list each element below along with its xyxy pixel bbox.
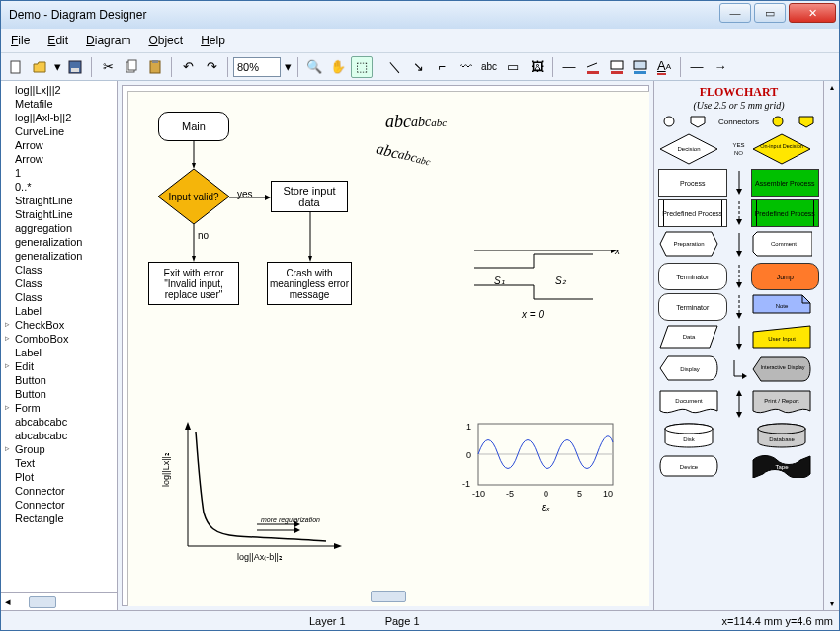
connector-offpage-icon[interactable] <box>689 115 707 128</box>
menu-file[interactable]: File <box>7 32 34 49</box>
tree-item[interactable]: Plot <box>3 470 117 484</box>
tree-item[interactable]: Edit <box>3 359 117 373</box>
shape-decision[interactable]: Decision <box>658 132 727 166</box>
tree-item[interactable]: abcabcabc <box>3 429 117 442</box>
tree-item[interactable]: Form <box>3 401 117 415</box>
shape-disk[interactable]: Disk <box>658 422 727 451</box>
tree-item[interactable]: Class <box>3 263 117 276</box>
tree-item[interactable]: Arrow <box>3 138 117 152</box>
connector-l-icon[interactable] <box>730 356 748 384</box>
tree-item[interactable]: Group <box>3 442 117 456</box>
new-icon[interactable] <box>5 56 27 78</box>
sine-chart[interactable]: 10-1 -10-50510 εₓ <box>455 418 623 526</box>
status-page[interactable]: Page 1 <box>385 615 420 627</box>
tree-item[interactable]: log||Lx|||2 <box>3 83 117 97</box>
fill-color-icon[interactable] <box>606 56 628 78</box>
text-sample-2[interactable]: abcabcabc <box>375 139 433 170</box>
zoom-input[interactable] <box>233 57 281 77</box>
shape-terminator[interactable]: Terminator <box>658 263 727 290</box>
open-dropdown-icon[interactable]: ▾ <box>52 56 62 78</box>
tree-item[interactable]: StraightLine <box>3 207 117 221</box>
shape-predefined[interactable]: Predefined Process <box>658 199 727 227</box>
close-button[interactable]: ✕ <box>789 3 836 23</box>
rect-icon[interactable]: ▭ <box>502 56 524 78</box>
shape-preparation[interactable]: Preparation <box>658 230 727 260</box>
menu-diagram[interactable]: Diagram <box>82 32 134 49</box>
tree-item[interactable]: 1 <box>3 166 117 180</box>
tree-item[interactable]: ComboBox <box>3 332 117 346</box>
arrow-down-dashed-icon-3[interactable] <box>730 293 748 321</box>
tree-item[interactable]: CurveLine <box>3 124 117 138</box>
redo-icon[interactable]: ↷ <box>201 56 222 78</box>
status-layer[interactable]: Layer 1 <box>309 615 346 627</box>
pan-icon[interactable]: ✋ <box>327 56 349 78</box>
zoom-dropdown-icon[interactable]: ▾ <box>283 56 293 78</box>
tree-item[interactable]: CheckBox <box>3 318 117 332</box>
menu-help[interactable]: Help <box>197 32 229 49</box>
shape-on-input-decision[interactable]: On-input Decision <box>751 132 820 166</box>
arrow-icon[interactable]: ↘ <box>407 56 429 78</box>
connector-offpage-yellow-icon[interactable] <box>798 115 815 128</box>
shape-tape[interactable]: Tape <box>751 454 820 480</box>
fill2-icon[interactable] <box>630 56 651 78</box>
arrow-down-dashed-icon-2[interactable] <box>730 263 748 290</box>
node-main[interactable]: Main <box>158 112 229 141</box>
connector-circle-yellow-icon[interactable] <box>771 115 785 128</box>
copy-icon[interactable] <box>121 56 142 78</box>
picture-icon[interactable]: 🖼 <box>526 56 547 78</box>
select-icon[interactable]: ⬚ <box>351 56 373 78</box>
paste-icon[interactable] <box>144 56 166 78</box>
canvas-h-scrollbar[interactable] <box>127 589 643 604</box>
node-decision[interactable]: Input valid? <box>158 169 229 224</box>
line-color-icon[interactable] <box>582 56 604 78</box>
shape-terminator-2[interactable]: Terminator <box>658 293 727 321</box>
shape-interactive-display[interactable]: Interactive Display <box>751 355 820 386</box>
magnify-icon[interactable]: 🔍 <box>303 56 325 78</box>
shape-assembler[interactable]: Assembler Process <box>751 169 820 197</box>
line-style-icon[interactable]: — <box>558 56 580 78</box>
tree-item[interactable]: abcabcabc <box>3 415 117 429</box>
node-store[interactable]: Store input data <box>271 181 348 212</box>
menu-edit[interactable]: Edit <box>43 32 72 49</box>
arrow-down-icon-2[interactable] <box>730 231 748 259</box>
text-icon[interactable]: abc <box>478 56 500 78</box>
curve-icon[interactable]: 〰 <box>455 56 476 78</box>
text-sample-1[interactable]: abcabcabc <box>385 112 447 132</box>
tree-item[interactable]: Class <box>3 290 117 304</box>
shape-document[interactable]: Document <box>658 389 727 419</box>
shape-print[interactable]: Print / Report <box>751 389 820 419</box>
shape-data[interactable]: Data <box>658 324 727 352</box>
tree-item[interactable]: aggregation <box>3 221 117 235</box>
node-crash[interactable]: Crash with meaningless error message <box>267 262 352 305</box>
shape-database[interactable]: Database <box>751 422 820 451</box>
tree-item[interactable]: StraightLine <box>3 194 117 207</box>
shape-note[interactable]: Note <box>751 293 820 321</box>
tree-item[interactable]: generalization <box>3 235 117 249</box>
maximize-button[interactable]: ▭ <box>754 3 786 23</box>
tree-item[interactable]: Metafile <box>3 97 117 111</box>
tree-item[interactable]: Button <box>3 373 117 387</box>
connector-icon[interactable]: ⌐ <box>431 56 453 78</box>
tree-item[interactable]: log||Axl-b||2 <box>3 111 117 124</box>
horizontal-scrollbar[interactable]: ◂ <box>1 592 117 610</box>
open-icon[interactable] <box>29 56 50 78</box>
canvas[interactable]: Main Input valid? yes no Store input dat… <box>127 91 649 606</box>
shape-process[interactable]: Process <box>658 169 727 197</box>
regularization-chart[interactable] <box>168 418 346 566</box>
arrow-down-icon-3[interactable] <box>730 324 748 352</box>
cut-icon[interactable]: ✂ <box>97 56 119 78</box>
tree-item[interactable]: Label <box>3 304 117 318</box>
undo-icon[interactable]: ↶ <box>177 56 199 78</box>
shape-predefined-green[interactable]: Predefined Process <box>751 199 820 227</box>
node-exit[interactable]: Exit with error "Invalid input, replace … <box>148 262 239 305</box>
shape-device[interactable]: Device <box>658 454 727 480</box>
canvas-area[interactable]: Main Input valid? yes no Store input dat… <box>122 85 649 606</box>
arrow-end-icon[interactable]: → <box>710 56 731 78</box>
font-color-icon[interactable]: AA <box>653 56 675 78</box>
shape-comment[interactable]: Comment <box>751 230 820 260</box>
line-icon[interactable]: ＼ <box>383 56 405 78</box>
shape-user-input[interactable]: User Input <box>751 324 820 352</box>
tree-item[interactable]: Connector <box>3 498 117 512</box>
tree-item[interactable]: Rectangle <box>3 512 117 525</box>
object-list[interactable]: log||Lx|||2Metafilelog||Axl-b||2CurveLin… <box>1 81 117 592</box>
